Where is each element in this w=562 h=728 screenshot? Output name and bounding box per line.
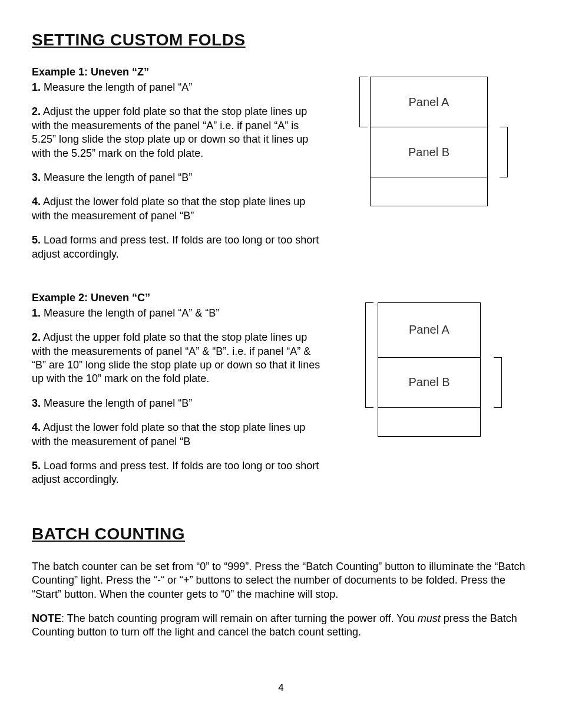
step-text: Adjust the upper fold plate so that the … [32, 106, 308, 159]
step-text: Load forms and press test. If folds are … [32, 460, 319, 485]
step-number: 4. [32, 196, 41, 207]
example-1-title: Example 1: Uneven “Z” [32, 66, 320, 78]
step-text: Adjust the lower fold plate so that the … [32, 421, 305, 447]
batch-paragraph-1: The batch counter can be set from “0” to… [32, 560, 530, 601]
panel-b-label: Panel B [408, 146, 449, 159]
step-number: 2. [32, 106, 41, 117]
section-heading-batch-counting: Batch Counting [32, 525, 530, 543]
step-text: Adjust the lower fold plate so that the … [32, 196, 305, 221]
bracket-ab-icon [365, 302, 373, 408]
step-text: Measure the length of panel “A” & “B” [41, 307, 219, 319]
step-text: Measure the length of panel “A” [41, 81, 192, 93]
step-number: 3. [32, 172, 41, 183]
example-1-step-5: 5. Load forms and press test. If folds a… [32, 233, 320, 261]
panel-b-box: Panel B [370, 127, 488, 177]
step-number: 4. [32, 421, 41, 433]
example-2-step-2: 2. Adjust the upper fold plate so that t… [32, 331, 320, 386]
bracket-b-icon [494, 357, 502, 408]
note-text-before: : The batch counting program will remain… [61, 612, 418, 624]
step-text: Adjust the upper fold plate so that the … [32, 331, 320, 384]
example-2-step-5: 5. Load forms and press test. If folds a… [32, 459, 320, 487]
example-1-diagram-col: Panel A Panel B [337, 66, 530, 212]
example-2-step-1: 1. Measure the length of panel “A” & “B” [32, 307, 320, 320]
bracket-b-icon [500, 127, 508, 177]
example-1-step-2: 2. Adjust the upper fold plate so that t… [32, 105, 320, 160]
c-fold-diagram: Panel A Panel B [357, 302, 510, 438]
z-fold-diagram: Panel A Panel B [357, 77, 510, 212]
step-number: 1. [32, 307, 41, 319]
example-2-text: Example 2: Uneven “C” 1. Measure the len… [32, 292, 320, 498]
example-2-step-4: 4. Adjust the lower fold plate so that t… [32, 421, 320, 449]
example-1-step-1: 1. Measure the length of panel “A” [32, 81, 320, 94]
step-number: 1. [32, 81, 41, 93]
step-number: 2. [32, 331, 41, 343]
section-heading-custom-folds: Setting Custom Folds [32, 31, 530, 50]
step-text: Measure the length of panel “B” [41, 397, 192, 409]
panel-a-box: Panel A [370, 77, 488, 127]
example-2-diagram-col: Panel A Panel B [337, 292, 530, 438]
panel-c-box [370, 177, 488, 206]
example-2-step-3: 3. Measure the length of panel “B” [32, 397, 320, 410]
note-label: NOTE [32, 612, 61, 624]
panel-b-label: Panel B [408, 375, 449, 389]
step-text: Load forms and press test. If folds are … [32, 234, 319, 259]
panel-a-label: Panel A [409, 323, 449, 337]
example-2-title: Example 2: Uneven “C” [32, 292, 320, 304]
batch-note: NOTE: The batch counting program will re… [32, 612, 530, 640]
step-number: 5. [32, 460, 41, 472]
example-1-step-4: 4. Adjust the lower fold plate so that t… [32, 195, 320, 223]
example-1-text: Example 1: Uneven “Z” 1. Measure the len… [32, 66, 320, 272]
note-text-italic: must [418, 612, 441, 624]
page-number: 4 [0, 682, 562, 694]
example-2-block: Example 2: Uneven “C” 1. Measure the len… [32, 292, 530, 498]
step-number: 5. [32, 234, 41, 246]
panel-a-label: Panel A [409, 95, 449, 109]
panel-a-box: Panel A [378, 302, 481, 358]
panel-c-box [378, 407, 481, 437]
bracket-a-icon [359, 77, 368, 127]
example-1-block: Example 1: Uneven “Z” 1. Measure the len… [32, 66, 530, 272]
document-page: Setting Custom Folds Example 1: Uneven “… [0, 0, 562, 728]
step-number: 3. [32, 397, 41, 409]
panel-b-box: Panel B [378, 357, 481, 408]
example-1-step-3: 3. Measure the length of panel “B” [32, 171, 320, 185]
step-text: Measure the length of panel “B” [41, 172, 192, 183]
